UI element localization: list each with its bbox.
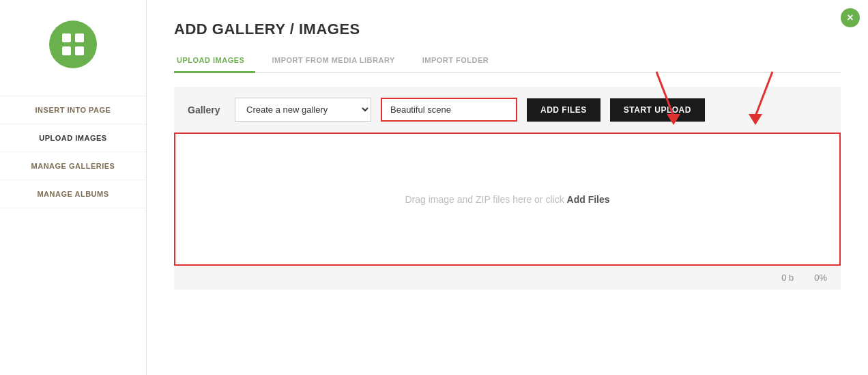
gallery-name-input[interactable] [381,98,517,122]
drop-zone-instruction: Drag image and ZIP files here or click [405,194,566,205]
logo-icon [59,31,87,58]
close-button[interactable]: × [841,8,860,27]
svg-rect-1 [75,33,84,42]
svg-rect-3 [75,46,84,55]
upload-percent: 0% [814,273,827,283]
close-icon: × [847,12,853,24]
tab-import-media-library[interactable]: IMPORT FROM MEDIA LIBRARY [269,51,405,72]
add-files-button[interactable]: ADD FILES [527,98,601,122]
sidebar-item-manage-albums[interactable]: MANAGE ALBUMS [0,180,146,208]
tab-bar: UPLOAD IMAGES IMPORT FROM MEDIA LIBRARY … [174,51,841,73]
tab-upload-images[interactable]: UPLOAD IMAGES [174,51,255,73]
svg-rect-2 [62,46,71,55]
drop-zone-link[interactable]: Add Files [567,194,610,205]
sidebar-item-upload-images[interactable]: UPLOAD IMAGES [0,124,146,152]
footer-bar: 0 b 0% [174,266,841,290]
svg-rect-0 [62,33,71,42]
start-upload-button[interactable]: START UPLOAD [610,98,705,122]
drop-zone[interactable]: Drag image and ZIP files here or click A… [174,133,841,266]
drop-zone-text: Drag image and ZIP files here or click A… [405,194,609,205]
app-logo [49,20,97,68]
sidebar: INSERT INTO PAGE UPLOAD IMAGES MANAGE GA… [0,0,147,375]
main-content: ADD GALLERY / IMAGES UPLOAD IMAGES IMPOR… [147,0,868,375]
sidebar-item-manage-galleries[interactable]: MANAGE GALLERIES [0,152,146,180]
file-size: 0 b [781,273,794,283]
gallery-label: Gallery [188,105,225,115]
gallery-select[interactable]: Create a new gallery [235,98,371,122]
sidebar-nav: INSERT INTO PAGE UPLOAD IMAGES MANAGE GA… [0,96,146,208]
sidebar-item-insert-into-page[interactable]: INSERT INTO PAGE [0,96,146,124]
tab-import-folder[interactable]: IMPORT FOLDER [420,51,500,72]
gallery-row: Gallery Create a new gallery ADD FILES S… [174,87,841,133]
page-title: ADD GALLERY / IMAGES [174,20,841,38]
